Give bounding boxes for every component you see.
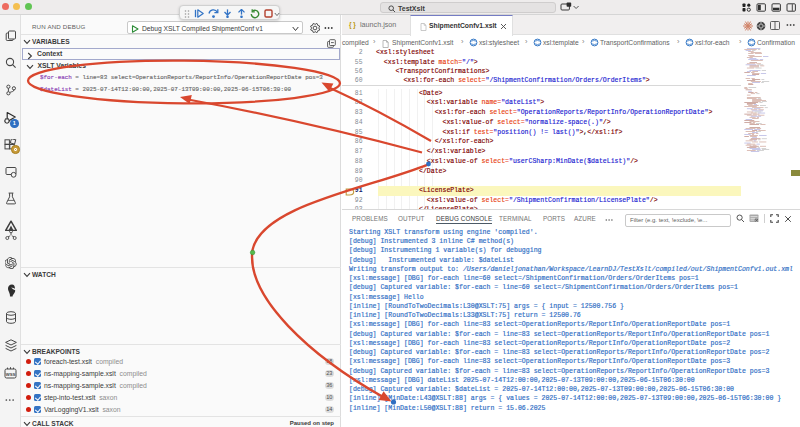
svg-text:WSS: WSS [6,372,16,377]
